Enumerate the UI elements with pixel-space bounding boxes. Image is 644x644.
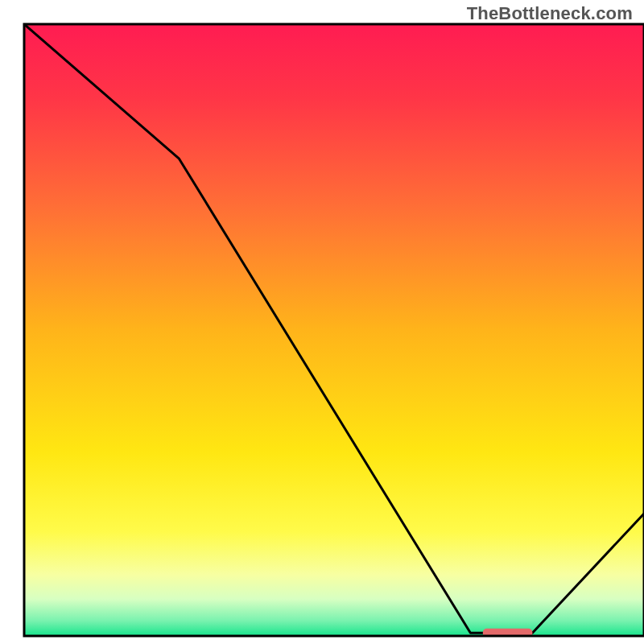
chart-frame: TheBottleneck.com: [0, 0, 644, 644]
gradient-background: [24, 24, 644, 636]
chart-canvas: [0, 0, 644, 644]
